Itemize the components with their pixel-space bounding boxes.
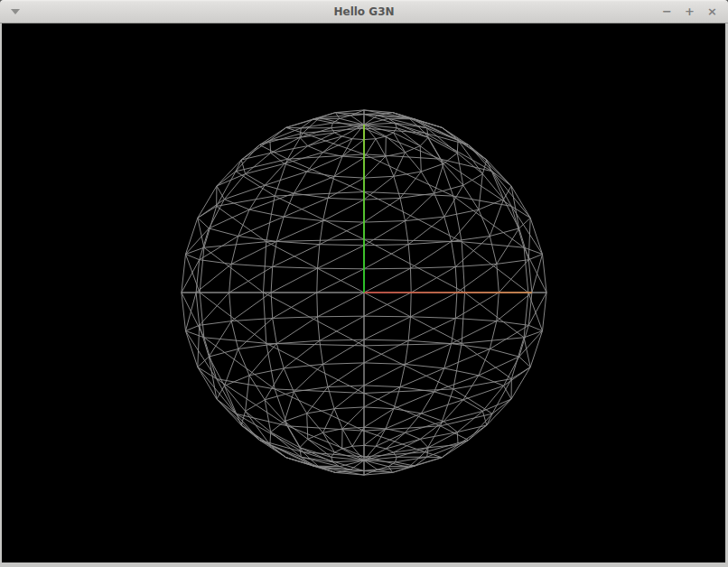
wireframe-sphere-render xyxy=(2,23,725,562)
scene-canvas[interactable] xyxy=(2,23,725,562)
window-controls: − + × xyxy=(660,0,719,23)
close-button[interactable]: × xyxy=(705,2,719,22)
app-window: Hello G3N − + × xyxy=(0,0,728,567)
maximize-button[interactable]: + xyxy=(683,2,696,22)
minimize-button[interactable]: − xyxy=(660,2,674,22)
window-title: Hello G3N xyxy=(0,0,728,23)
title-bar: Hello G3N − + × xyxy=(0,0,728,23)
